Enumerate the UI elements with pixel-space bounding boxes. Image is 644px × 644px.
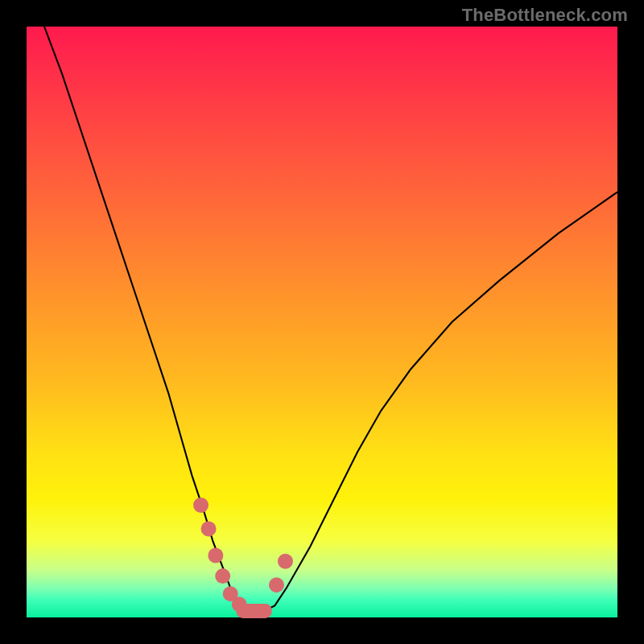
bottleneck-chart: [27, 27, 617, 617]
threshold-marker: [278, 554, 293, 569]
watermark-text: TheBottleneck.com: [462, 5, 628, 26]
threshold-marker: [201, 521, 217, 536]
threshold-marker: [269, 577, 284, 592]
threshold-marker: [215, 568, 230, 584]
bottleneck-curve-path: [44, 27, 617, 612]
marker-group: [193, 497, 293, 612]
optimal-range-band: [237, 604, 272, 618]
threshold-marker: [208, 547, 223, 563]
threshold-marker: [193, 497, 208, 513]
